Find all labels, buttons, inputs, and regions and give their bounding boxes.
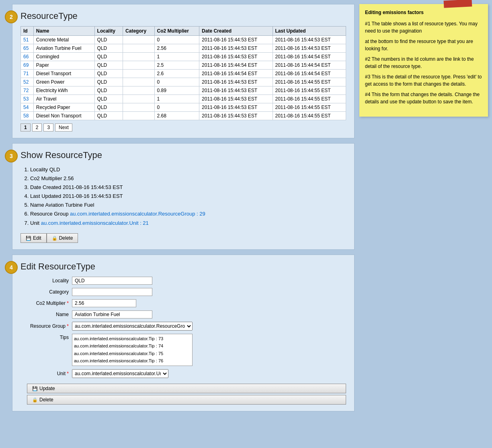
id-link[interactable]: 66 xyxy=(23,54,29,60)
cell-name: Electricity kWh xyxy=(33,86,94,95)
id-link[interactable]: 51 xyxy=(23,37,29,43)
category-input[interactable] xyxy=(72,288,152,296)
help-p2: at the bottom to find the resource type … xyxy=(365,38,482,52)
disk-icon-update xyxy=(32,386,38,391)
cell-category xyxy=(123,103,155,112)
cell-id: 65 xyxy=(21,44,34,53)
step-badge-3: 4 xyxy=(5,261,18,274)
cell-last-updated: 2011-08-16 15:44:55 EST xyxy=(273,112,346,120)
cell-category xyxy=(123,78,155,86)
name-label: Name xyxy=(20,312,69,317)
cell-name: Green Power xyxy=(33,78,94,86)
cell-co2: 1 xyxy=(154,53,199,61)
co2-row: Co2 Multiplier xyxy=(20,299,346,307)
tips-listbox[interactable]: au.com.interlated.emissionscalculator.Ti… xyxy=(72,334,193,366)
table-row: 72 Electricity kWh QLD 0.89 2011-08-16 1… xyxy=(21,86,346,95)
id-link[interactable]: 54 xyxy=(23,105,29,110)
cell-last-updated: 2011-08-16 15:44:55 EST xyxy=(273,103,346,112)
cell-co2: 2.6 xyxy=(154,70,199,78)
cell-last-updated: 2011-08-16 15:44:55 EST xyxy=(273,95,346,103)
col-id: Id xyxy=(21,27,34,36)
cell-name: Recycled Paper xyxy=(33,103,94,112)
cell-co2: 0.89 xyxy=(154,86,199,95)
tips-label: Tips xyxy=(20,334,69,340)
list-item: Date Created 2011-08-16 15:44:53 EST xyxy=(30,183,346,192)
cell-co2: 2.5 xyxy=(154,61,199,70)
resource-type-table: Id Name Locality Category Co2 Multiplier… xyxy=(20,26,346,120)
next-button[interactable]: Next xyxy=(55,123,72,132)
cell-locality: QLD xyxy=(94,61,123,70)
cell-locality: QLD xyxy=(94,44,123,53)
col-category: Category xyxy=(123,27,155,36)
col-locality: Locality xyxy=(94,27,123,36)
cell-date-created: 2011-08-16 15:44:53 EST xyxy=(199,53,273,61)
edit-title: Edit ResourceType xyxy=(20,261,346,272)
list-item: Last Updated 2011-08-16 15:44:53 EST xyxy=(30,192,346,201)
help-p1: #1 The table shows a list of resource ty… xyxy=(365,20,482,35)
edit-button[interactable]: Edit xyxy=(20,233,47,243)
locality-row: Locality xyxy=(20,277,346,285)
step-badge-2: 3 xyxy=(5,150,18,162)
table-row: 71 Diesel Transport QLD 2.6 2011-08-16 1… xyxy=(21,70,346,78)
unit-row: Unit au.com.interlated.emissionscalculat… xyxy=(20,369,346,378)
edit-delete-button[interactable]: Delete xyxy=(27,395,346,405)
table-row: 53 Air Travel QLD 1 2011-08-16 15:44:53 … xyxy=(21,95,346,103)
id-link[interactable]: 69 xyxy=(23,62,29,68)
id-link[interactable]: 65 xyxy=(23,45,29,51)
cell-date-created: 2011-08-16 15:44:53 EST xyxy=(199,86,273,95)
cell-date-created: 2011-08-16 15:44:53 EST xyxy=(199,44,273,53)
page-2-button[interactable]: 2 xyxy=(32,123,42,132)
resource-group-label: Resource Group xyxy=(20,323,69,329)
id-link[interactable]: 72 xyxy=(23,88,29,93)
cell-locality: QLD xyxy=(94,78,123,86)
help-p5: #4 This the form that changes the detail… xyxy=(365,91,482,105)
col-date-created: Date Created xyxy=(199,27,273,36)
cell-date-created: 2011-08-16 15:44:53 EST xyxy=(199,78,273,86)
cell-category xyxy=(123,86,155,95)
list-item: Unit au.com.interlated.emissionscalculat… xyxy=(30,219,346,228)
resource-group-select[interactable]: au.com.interlated.emissionscalculator.Re… xyxy=(72,322,193,331)
help-p3: #2 The numbers in the Id column are the … xyxy=(365,55,482,70)
cell-category xyxy=(123,36,155,44)
cell-id: 66 xyxy=(21,53,34,61)
cell-locality: QLD xyxy=(94,95,123,103)
cell-date-created: 2011-08-16 15:44:54 EST xyxy=(199,70,273,78)
category-label: Category xyxy=(20,289,69,295)
cell-co2: 1 xyxy=(154,95,199,103)
unit-select[interactable]: au.com.interlated.emissionscalculator.Un… xyxy=(72,369,168,378)
table-row: 58 Diesel Non Transport QLD 2.68 2011-08… xyxy=(21,112,346,120)
cell-category xyxy=(123,44,155,53)
delete-button[interactable]: Delete xyxy=(47,233,78,243)
unit-link[interactable]: au.com.interlated.emissionscalculator.Un… xyxy=(41,220,149,226)
cell-category xyxy=(123,112,155,120)
name-input[interactable] xyxy=(72,310,152,319)
id-link[interactable]: 58 xyxy=(23,113,29,119)
cell-name: Aviation Turbine Fuel xyxy=(33,44,94,53)
cell-id: 51 xyxy=(21,36,34,44)
table-row: 52 Green Power QLD 0 2011-08-16 15:44:53… xyxy=(21,78,346,86)
cell-locality: QLD xyxy=(94,86,123,95)
locality-input[interactable] xyxy=(72,277,152,285)
cell-last-updated: 2011-08-16 15:44:54 EST xyxy=(273,70,346,78)
col-co2: Co2 Multiplier xyxy=(154,27,199,36)
co2-input[interactable] xyxy=(72,299,136,307)
cell-name: Diesel Transport xyxy=(33,70,94,78)
id-link[interactable]: 71 xyxy=(23,71,29,76)
cell-id: 54 xyxy=(21,103,34,112)
page-3-button[interactable]: 3 xyxy=(43,123,53,132)
resource-group-link[interactable]: au.com.interlated.emissionscalculator.Re… xyxy=(70,211,205,217)
id-link[interactable]: 53 xyxy=(23,96,29,102)
show-actions: Edit Delete xyxy=(20,233,346,243)
cell-category xyxy=(123,61,155,70)
update-button[interactable]: Update xyxy=(27,384,346,393)
cell-date-created: 2011-08-16 15:44:53 EST xyxy=(199,95,273,103)
id-link[interactable]: 52 xyxy=(23,79,29,85)
help-p4: #3 This is the detail of the resource ty… xyxy=(365,73,482,88)
table-section: ResourceType Id Name Locality Category C… xyxy=(12,4,355,138)
help-panel: Editing emissions factors #1 The table s… xyxy=(359,4,488,117)
page-1-button[interactable]: 1 xyxy=(20,123,31,132)
table-row: 54 Recycled Paper QLD 0 2011-08-16 15:44… xyxy=(21,103,346,112)
cell-last-updated: 2011-08-16 15:44:55 EST xyxy=(273,78,346,86)
list-item: Locality QLD xyxy=(30,165,346,174)
cell-id: 53 xyxy=(21,95,34,103)
